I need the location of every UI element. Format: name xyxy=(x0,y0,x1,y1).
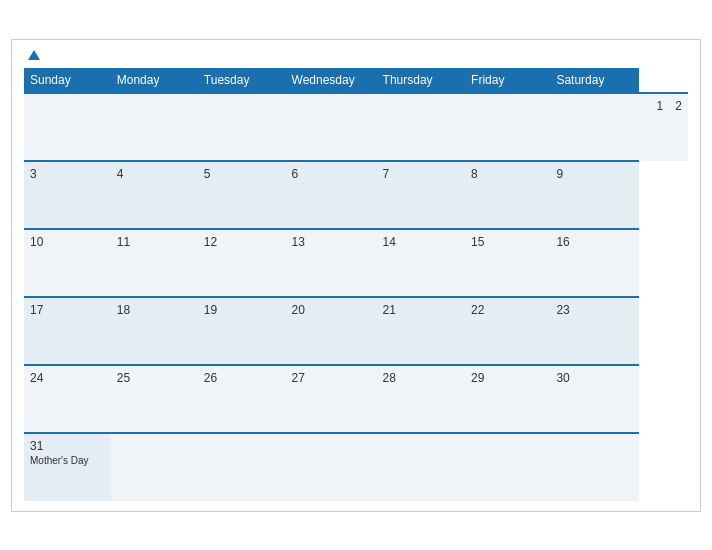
calendar-container: SundayMondayTuesdayWednesdayThursdayFrid… xyxy=(11,39,701,512)
week-row-3: 17181920212223 xyxy=(24,297,688,365)
calendar-cell xyxy=(377,433,466,501)
week-row-4: 24252627282930 xyxy=(24,365,688,433)
day-number: 20 xyxy=(292,303,371,317)
calendar-table: SundayMondayTuesdayWednesdayThursdayFrid… xyxy=(24,68,688,501)
day-number: 19 xyxy=(204,303,280,317)
days-header-row: SundayMondayTuesdayWednesdayThursdayFrid… xyxy=(24,68,688,93)
event-text: Mother's Day xyxy=(30,455,105,466)
week-row-2: 10111213141516 xyxy=(24,229,688,297)
calendar-cell xyxy=(286,433,377,501)
day-number: 29 xyxy=(471,371,544,385)
calendar-cell xyxy=(111,433,198,501)
day-number: 9 xyxy=(556,167,632,181)
day-number: 14 xyxy=(383,235,460,249)
calendar-header xyxy=(24,50,688,60)
calendar-cell: 23 xyxy=(550,297,638,365)
calendar-cell: 12 xyxy=(198,229,286,297)
week-row-0: 12 xyxy=(24,93,688,161)
calendar-cell xyxy=(286,93,377,161)
day-number: 22 xyxy=(471,303,544,317)
calendar-cell: 15 xyxy=(465,229,550,297)
day-header-saturday: Saturday xyxy=(550,68,638,93)
calendar-cell: 7 xyxy=(377,161,466,229)
calendar-cell: 24 xyxy=(24,365,111,433)
calendar-cell xyxy=(550,433,638,501)
calendar-cell: 17 xyxy=(24,297,111,365)
day-number: 24 xyxy=(30,371,105,385)
day-header-thursday: Thursday xyxy=(377,68,466,93)
day-number: 2 xyxy=(675,99,682,113)
calendar-cell xyxy=(550,93,638,161)
day-number: 25 xyxy=(117,371,192,385)
calendar-cell: 6 xyxy=(286,161,377,229)
calendar-cell: 14 xyxy=(377,229,466,297)
calendar-cell xyxy=(465,93,550,161)
calendar-cell: 3 xyxy=(24,161,111,229)
logo-triangle-icon xyxy=(28,50,40,60)
calendar-cell: 5 xyxy=(198,161,286,229)
day-number: 16 xyxy=(556,235,632,249)
calendar-cell xyxy=(465,433,550,501)
calendar-cell: 4 xyxy=(111,161,198,229)
day-number: 28 xyxy=(383,371,460,385)
day-number: 18 xyxy=(117,303,192,317)
day-number: 26 xyxy=(204,371,280,385)
calendar-cell: 20 xyxy=(286,297,377,365)
calendar-cell xyxy=(111,93,198,161)
day-number: 10 xyxy=(30,235,105,249)
calendar-cell: 29 xyxy=(465,365,550,433)
day-header-monday: Monday xyxy=(111,68,198,93)
calendar-cell: 27 xyxy=(286,365,377,433)
calendar-cell: 22 xyxy=(465,297,550,365)
day-number: 4 xyxy=(117,167,192,181)
calendar-cell: 2 xyxy=(669,93,688,161)
day-number: 30 xyxy=(556,371,632,385)
day-number: 5 xyxy=(204,167,280,181)
calendar-cell xyxy=(377,93,466,161)
calendar-cell: 13 xyxy=(286,229,377,297)
day-number: 23 xyxy=(556,303,632,317)
calendar-cell xyxy=(639,93,651,161)
calendar-cell: 11 xyxy=(111,229,198,297)
calendar-cell: 1 xyxy=(651,93,670,161)
week-row-5: 31Mother's Day xyxy=(24,433,688,501)
calendar-cell xyxy=(198,93,286,161)
day-number: 27 xyxy=(292,371,371,385)
day-header-friday: Friday xyxy=(465,68,550,93)
day-number: 3 xyxy=(30,167,105,181)
calendar-cell: 28 xyxy=(377,365,466,433)
day-number: 8 xyxy=(471,167,544,181)
calendar-cell: 18 xyxy=(111,297,198,365)
day-number: 17 xyxy=(30,303,105,317)
day-number: 15 xyxy=(471,235,544,249)
day-number: 31 xyxy=(30,439,105,453)
calendar-cell: 9 xyxy=(550,161,638,229)
calendar-cell xyxy=(24,93,111,161)
calendar-cell: 31Mother's Day xyxy=(24,433,111,501)
calendar-cell: 19 xyxy=(198,297,286,365)
day-number: 1 xyxy=(657,99,664,113)
calendar-cell: 10 xyxy=(24,229,111,297)
day-header-sunday: Sunday xyxy=(24,68,111,93)
logo xyxy=(24,50,40,60)
day-number: 12 xyxy=(204,235,280,249)
day-number: 7 xyxy=(383,167,460,181)
day-number: 13 xyxy=(292,235,371,249)
day-number: 11 xyxy=(117,235,192,249)
day-number: 6 xyxy=(292,167,371,181)
calendar-cell: 26 xyxy=(198,365,286,433)
week-row-1: 3456789 xyxy=(24,161,688,229)
day-header-wednesday: Wednesday xyxy=(286,68,377,93)
calendar-cell: 16 xyxy=(550,229,638,297)
logo-blue-text xyxy=(24,50,40,60)
calendar-cell: 25 xyxy=(111,365,198,433)
calendar-cell: 21 xyxy=(377,297,466,365)
calendar-cell: 30 xyxy=(550,365,638,433)
calendar-cell: 8 xyxy=(465,161,550,229)
day-number: 21 xyxy=(383,303,460,317)
day-header-tuesday: Tuesday xyxy=(198,68,286,93)
calendar-cell xyxy=(198,433,286,501)
